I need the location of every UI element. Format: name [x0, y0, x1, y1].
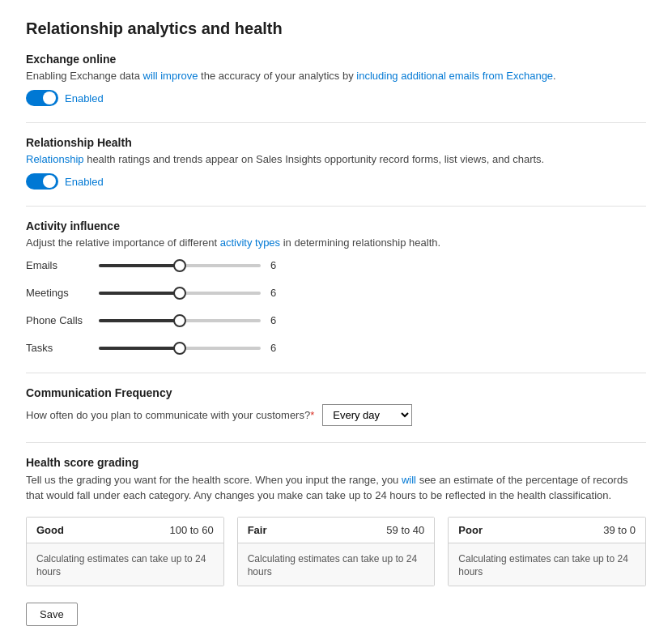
grading-card-body-1: Calculating estimates can take up to 24 … [238, 543, 435, 586]
frequency-row: How often do you plan to communicate wit… [26, 404, 646, 426]
slider-row-meetings: Meetings 6 [26, 285, 646, 301]
divider-2 [26, 206, 646, 207]
grading-card-poor: Poor 39 to 0 Calculating estimates can t… [448, 517, 646, 586]
relationship-health-link[interactable]: Relationship [26, 153, 84, 165]
slider-label-2: Phone Calls [26, 314, 99, 326]
footer: Save [26, 603, 646, 626]
relationship-health-toggle-row: Enabled [26, 173, 646, 190]
slider-fill-1 [99, 292, 180, 295]
health-score-grading-description: Tell us the grading you want for the hea… [26, 472, 646, 504]
slider-track-3 [99, 347, 261, 350]
grading-card-body-2: Calculating estimates can take up to 24 … [449, 543, 645, 586]
grading-card-body-0: Calculating estimates can take up to 24 … [27, 543, 223, 586]
required-star: * [310, 409, 314, 421]
slider-fill-2 [99, 319, 180, 322]
grading-cards: Good 100 to 60 Calculating estimates can… [26, 517, 646, 586]
grading-card-range-1: 59 to 40 [386, 524, 424, 536]
slider-thumb-3[interactable] [173, 342, 186, 355]
slider-label-0: Emails [26, 259, 99, 271]
slider-value-1: 6 [270, 287, 287, 299]
exchange-will-improve-link[interactable]: will improve [143, 70, 198, 82]
slider-track-0 [99, 264, 261, 267]
exchange-online-toggle-label: Enabled [65, 92, 104, 104]
exchange-online-description: Enabling Exchange data will improve the … [26, 69, 646, 83]
slider-thumb-1[interactable] [173, 287, 186, 300]
health-score-grading-heading: Health score grading [26, 456, 646, 469]
exchange-online-heading: Exchange online [26, 53, 646, 66]
slider-track-1 [99, 292, 261, 295]
grading-card-title-2: Poor [458, 524, 483, 536]
divider-3 [26, 373, 646, 373]
slider-container-0 [99, 258, 261, 274]
communication-frequency-heading: Communication Frequency [26, 386, 646, 399]
divider-4 [26, 442, 646, 443]
slider-row-phone-calls: Phone Calls 6 [26, 313, 646, 329]
slider-value-3: 6 [270, 342, 287, 354]
grading-card-header-0: Good 100 to 60 [27, 518, 223, 543]
grading-card-range-0: 100 to 60 [169, 524, 213, 536]
grading-card-note-0: Calculating estimates can take up to 24 … [36, 553, 206, 577]
activity-types-link[interactable]: activity types [220, 236, 280, 249]
slider-thumb-2[interactable] [173, 314, 186, 327]
grading-card-good: Good 100 to 60 Calculating estimates can… [26, 517, 224, 586]
grading-card-header-1: Fair 59 to 40 [238, 518, 435, 543]
activity-influence-description: Adjust the relative importance of differ… [26, 236, 646, 250]
slider-container-1 [99, 285, 261, 301]
relationship-health-section: Relationship Health Relationship health … [26, 136, 646, 190]
exchange-including-link[interactable]: including additional emails from Exchang… [356, 70, 553, 82]
slider-container-2 [99, 313, 261, 329]
slider-value-0: 6 [270, 259, 287, 271]
slider-value-2: 6 [270, 314, 287, 326]
page-title: Relationship analytics and health [26, 19, 646, 38]
relationship-health-toggle[interactable] [26, 173, 58, 190]
sliders-container: Emails 6 Meetings 6 Phone Calls 6 Tasks [26, 258, 646, 356]
slider-thumb-0[interactable] [173, 259, 186, 272]
communication-frequency-section: Communication Frequency How often do you… [26, 386, 646, 426]
exchange-online-toggle-row: Enabled [26, 90, 646, 106]
exchange-online-section: Exchange online Enabling Exchange data w… [26, 53, 646, 106]
grading-card-title-1: Fair [248, 524, 267, 536]
slider-fill-0 [99, 264, 180, 267]
grading-card-header-2: Poor 39 to 0 [449, 518, 645, 543]
slider-row-emails: Emails 6 [26, 258, 646, 274]
grading-card-note-2: Calculating estimates can take up to 24 … [458, 553, 627, 577]
relationship-health-heading: Relationship Health [26, 136, 646, 149]
slider-row-tasks: Tasks 6 [26, 340, 646, 356]
activity-influence-heading: Activity influence [26, 219, 646, 232]
slider-label-1: Meetings [26, 287, 99, 299]
frequency-select[interactable]: Every dayEvery weekEvery month [322, 404, 412, 426]
slider-fill-3 [99, 347, 180, 350]
frequency-label: How often do you plan to communicate wit… [26, 409, 314, 421]
relationship-health-toggle-label: Enabled [65, 176, 104, 188]
save-button[interactable]: Save [26, 603, 78, 626]
grading-card-fair: Fair 59 to 40 Calculating estimates can … [237, 517, 436, 586]
frequency-label-text: How often do you plan to communicate wit… [26, 409, 310, 421]
divider-1 [26, 122, 646, 123]
activity-influence-section: Activity influence Adjust the relative i… [26, 219, 646, 356]
grading-card-title-0: Good [36, 524, 64, 536]
relationship-health-description: Relationship health ratings and trends a… [26, 152, 646, 167]
health-score-grading-section: Health score grading Tell us the grading… [26, 456, 646, 586]
grading-card-range-2: 39 to 0 [603, 524, 636, 536]
exchange-online-toggle[interactable] [26, 90, 58, 106]
grading-will-see-link: will [402, 474, 416, 486]
slider-container-3 [99, 340, 261, 356]
slider-label-3: Tasks [26, 342, 99, 354]
slider-track-2 [99, 319, 261, 322]
grading-card-note-1: Calculating estimates can take up to 24 … [248, 553, 417, 577]
